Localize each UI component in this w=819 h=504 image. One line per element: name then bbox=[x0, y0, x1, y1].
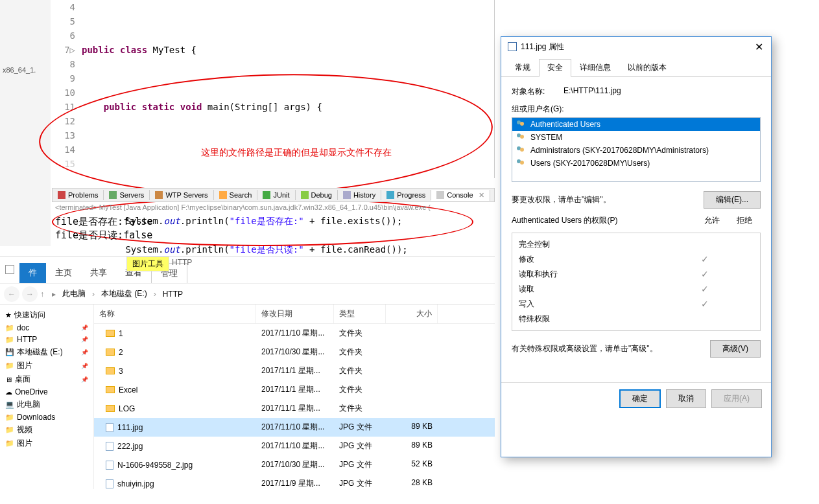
ribbon-home[interactable]: 主页 bbox=[46, 263, 81, 283]
ribbon-tabs: 件 主页 共享 查看 管理 bbox=[0, 257, 495, 284]
file-explorer: 图片工具 HTTP 件 主页 共享 查看 管理 ← → ↑ ▸ 此电脑› 本地磁… bbox=[0, 256, 495, 504]
user-icon bbox=[516, 120, 527, 128]
file-menu-icon[interactable] bbox=[0, 256, 19, 283]
tab-junit[interactable]: JUnit bbox=[257, 190, 295, 200]
file-row[interactable]: shuiyin.jpg2017/11/9 星期...JPG 文件28 KB bbox=[94, 474, 495, 493]
nav-forward[interactable]: → bbox=[22, 286, 38, 302]
tree-item[interactable]: ☁OneDrive bbox=[3, 386, 91, 398]
column-headers: 名称 修改日期 类型 大小 bbox=[94, 304, 495, 324]
user-item[interactable]: SYSTEM bbox=[512, 131, 760, 144]
advanced-button[interactable]: 高级(V) bbox=[710, 340, 761, 358]
nav-up-icon[interactable]: ↑ bbox=[40, 290, 44, 299]
tree-item[interactable]: 📁doc bbox=[3, 322, 91, 334]
eclipse-left-panel: x86_64_1. bbox=[0, 0, 51, 246]
ok-button[interactable]: 确定 bbox=[619, 389, 661, 408]
tree-item[interactable]: 📁HTTP bbox=[3, 334, 91, 345]
file-row[interactable]: 222.jpg2017/11/10 星期...JPG 文件89 KB bbox=[94, 437, 495, 455]
tree-icon: 📁 bbox=[5, 426, 14, 434]
tree-icon: 📁 bbox=[5, 361, 14, 370]
col-size[interactable]: 大小 bbox=[386, 304, 438, 323]
user-icon bbox=[516, 159, 527, 167]
tree-item[interactable]: 📁Downloads bbox=[3, 411, 91, 423]
explorer-title: HTTP bbox=[172, 258, 192, 267]
file-icon bbox=[106, 479, 113, 488]
tree-icon: 🖥 bbox=[5, 376, 12, 384]
dialog-titlebar[interactable]: 111.jpg 属性 ✕ bbox=[501, 37, 771, 56]
permissions-box: 完全控制修改✓读取和执行✓读取✓写入✓特殊权限 bbox=[512, 233, 761, 331]
file-row[interactable]: 32017/11/1 星期...文件夹 bbox=[94, 361, 495, 380]
tree-item[interactable]: 📁图片 bbox=[3, 437, 91, 450]
crumb-folder[interactable]: HTTP bbox=[159, 287, 187, 301]
file-row[interactable]: 111.jpg2017/11/10 星期...JPG 文件89 KB bbox=[94, 418, 495, 437]
user-icon bbox=[516, 146, 527, 154]
folder-icon bbox=[106, 349, 115, 356]
user-item[interactable]: Users (SKY-20170628DMY\Users) bbox=[512, 157, 760, 170]
ribbon-file[interactable]: 件 bbox=[19, 263, 46, 283]
tree-icon: 📁 bbox=[5, 336, 14, 344]
user-item[interactable]: Authenticated Users bbox=[512, 118, 760, 131]
file-row[interactable]: LOG2017/11/1 星期...文件夹 bbox=[94, 399, 495, 418]
allow-header: 允许 bbox=[696, 215, 728, 226]
perm-row: 读取和执行✓ bbox=[519, 267, 754, 282]
dialog-icon bbox=[508, 42, 517, 51]
dialog-tabs: 常规 安全 详细信息 以前的版本 bbox=[501, 59, 771, 77]
close-icon[interactable]: ✕ bbox=[749, 40, 768, 54]
folder-icon bbox=[106, 367, 115, 374]
tab-search[interactable]: Search bbox=[214, 190, 258, 200]
tree-icon: 📁 bbox=[5, 324, 14, 332]
cancel-button[interactable]: 取消 bbox=[666, 389, 706, 408]
tab-history[interactable]: History bbox=[338, 190, 381, 200]
file-row[interactable]: Excel2017/11/1 星期...文件夹 bbox=[94, 380, 495, 399]
tab-wtp-servers[interactable]: WTP Servers bbox=[150, 190, 213, 200]
tab-debug[interactable]: Debug bbox=[296, 190, 338, 200]
tree-item[interactable]: 📁视频 bbox=[3, 423, 91, 437]
perm-row: 特殊权限 bbox=[519, 312, 754, 326]
file-row[interactable]: 22017/10/30 星期...文件夹 bbox=[94, 343, 495, 361]
tab-console[interactable]: Console✕ bbox=[431, 190, 490, 201]
users-listbox[interactable]: Authenticated UsersSYSTEMAdministrators … bbox=[512, 117, 761, 182]
dtab-previous[interactable]: 以前的版本 bbox=[619, 59, 675, 76]
properties-dialog: 111.jpg 属性 ✕ 常规 安全 详细信息 以前的版本 对象名称: E:\H… bbox=[501, 36, 772, 457]
col-type[interactable]: 类型 bbox=[334, 304, 386, 323]
console-line-1: file是否存在:false bbox=[55, 215, 152, 229]
nav-back[interactable]: ← bbox=[4, 286, 19, 302]
group-users-label: 组或用户名(G): bbox=[512, 104, 761, 115]
user-icon bbox=[516, 133, 527, 141]
file-icon bbox=[106, 461, 113, 470]
file-row[interactable]: N-1606-949558_2.jpg2017/10/30 星期...JPG 文… bbox=[94, 455, 495, 474]
edit-hint: 要更改权限，请单击"编辑"。 bbox=[512, 194, 704, 205]
col-date[interactable]: 修改日期 bbox=[256, 304, 334, 323]
tree-item[interactable]: 📁图片 bbox=[3, 359, 91, 372]
perm-title: Authenticated Users 的权限(P) bbox=[512, 215, 696, 226]
dtab-details[interactable]: 详细信息 bbox=[571, 59, 619, 76]
tree-icon: 📁 bbox=[5, 439, 14, 448]
col-name[interactable]: 名称 bbox=[94, 304, 256, 323]
user-item[interactable]: Administrators (SKY-20170628DMY\Administ… bbox=[512, 144, 760, 157]
tree-icon: ☁ bbox=[5, 388, 12, 396]
crumb-pc[interactable]: 此电脑 bbox=[58, 286, 89, 302]
console-output: file是否存在:false file是否只读:false bbox=[55, 215, 152, 242]
tree-item[interactable]: ★快速访问 bbox=[3, 308, 91, 322]
tab-servers[interactable]: Servers bbox=[104, 190, 150, 200]
apply-button[interactable]: 应用(A) bbox=[711, 389, 762, 408]
tree-icon: 📁 bbox=[5, 413, 14, 422]
dtab-security[interactable]: 安全 bbox=[539, 59, 571, 77]
tab-problems[interactable]: Problems bbox=[53, 190, 104, 200]
bottom-tabs: Problems Servers WTP Servers Search JUni… bbox=[52, 188, 495, 202]
tree-item[interactable]: 💻此电脑 bbox=[3, 398, 91, 411]
file-icon bbox=[106, 442, 113, 451]
file-row[interactable]: 12017/11/10 星期...文件夹 bbox=[94, 324, 495, 343]
line-gutter: 4567▷89101112131415 bbox=[51, 0, 79, 171]
perm-row: 完全控制 bbox=[519, 237, 754, 252]
annotation-text: 这里的文件路径是正确的但是却显示文件不存在 bbox=[201, 147, 392, 159]
ribbon-share[interactable]: 共享 bbox=[81, 263, 116, 283]
console-line-2: file是否只读:false bbox=[55, 229, 152, 242]
crumb-disk[interactable]: 本地磁盘 (E:) bbox=[97, 286, 151, 302]
tree-item[interactable]: 🖥桌面 bbox=[3, 372, 91, 386]
dtab-general[interactable]: 常规 bbox=[506, 59, 539, 76]
left-strip-text: x86_64_1. bbox=[0, 65, 51, 75]
tab-progress[interactable]: Progress bbox=[381, 190, 431, 200]
tree-item[interactable]: 💾本地磁盘 (E:) bbox=[3, 345, 91, 359]
edit-button[interactable]: 编辑(E)... bbox=[704, 191, 761, 209]
file-list: 名称 修改日期 类型 大小 12017/11/10 星期...文件夹22017/… bbox=[94, 304, 495, 489]
